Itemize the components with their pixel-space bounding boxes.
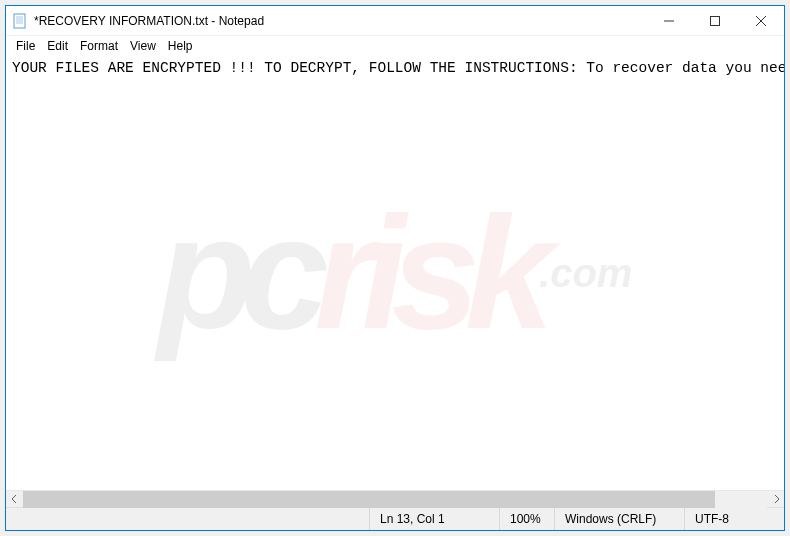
statusbar: Ln 13, Col 1 100% Windows (CRLF) UTF-8 bbox=[6, 507, 784, 530]
status-zoom: 100% bbox=[499, 508, 554, 530]
menu-format[interactable]: Format bbox=[74, 38, 124, 54]
status-position: Ln 13, Col 1 bbox=[369, 508, 499, 530]
menubar: File Edit Format View Help bbox=[6, 36, 784, 56]
scroll-track[interactable] bbox=[23, 491, 767, 508]
status-lineend: Windows (CRLF) bbox=[554, 508, 684, 530]
maximize-button[interactable] bbox=[692, 6, 738, 36]
text-content[interactable]: YOUR FILES ARE ENCRYPTED !!! TO DECRYPT,… bbox=[6, 56, 784, 490]
minimize-button[interactable] bbox=[646, 6, 692, 36]
menu-file[interactable]: File bbox=[10, 38, 41, 54]
horizontal-scrollbar[interactable] bbox=[6, 490, 784, 507]
menu-help[interactable]: Help bbox=[162, 38, 199, 54]
status-encoding: UTF-8 bbox=[684, 508, 784, 530]
menu-edit[interactable]: Edit bbox=[41, 38, 74, 54]
notepad-window: *RECOVERY INFORMATION.txt - Notepad File… bbox=[5, 5, 785, 531]
scroll-left-button[interactable] bbox=[6, 491, 23, 508]
scroll-right-button[interactable] bbox=[767, 491, 784, 508]
window-title: *RECOVERY INFORMATION.txt - Notepad bbox=[34, 14, 264, 28]
menu-view[interactable]: View bbox=[124, 38, 162, 54]
editor-area: pcrisk.com YOUR FILES ARE ENCRYPTED !!! … bbox=[6, 56, 784, 490]
notepad-icon bbox=[12, 13, 28, 29]
scroll-thumb[interactable] bbox=[23, 491, 715, 508]
svg-rect-6 bbox=[711, 16, 720, 25]
close-button[interactable] bbox=[738, 6, 784, 36]
titlebar[interactable]: *RECOVERY INFORMATION.txt - Notepad bbox=[6, 6, 784, 36]
